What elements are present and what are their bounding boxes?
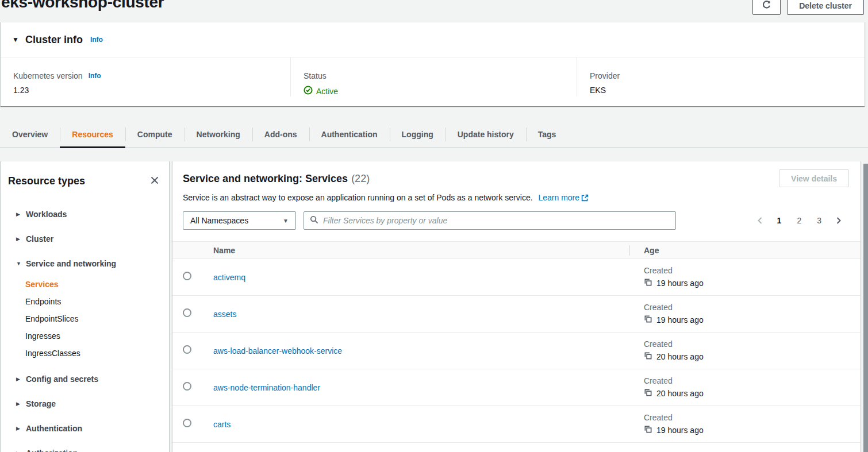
triangle-right-icon: ▶ <box>16 401 21 407</box>
kubernetes-version-label: Kubernetes version <box>13 71 83 80</box>
namespace-filter-select[interactable]: All Namespaces ▼ <box>183 211 296 230</box>
provider-value: EKS <box>590 86 852 95</box>
triangle-right-icon: ▶ <box>16 211 21 217</box>
sidebar-item-endpointslices[interactable]: EndpointSlices <box>1 310 169 327</box>
resource-types-header: Resource types <box>1 161 169 188</box>
eks-console-page: eks-workshop-cluster Delete cluster ▼ Cl… <box>0 0 868 452</box>
row-radio-button[interactable] <box>183 419 191 427</box>
status-check-icon <box>304 86 313 96</box>
status-label: Status <box>304 71 564 80</box>
row-radio-button[interactable] <box>183 272 191 280</box>
service-name-link[interactable]: activemq <box>213 273 245 282</box>
sidebar-group-authorization[interactable]: ▶Authorization <box>1 441 169 452</box>
sidebar-item-services[interactable]: Services <box>1 276 169 293</box>
sidebar-group-service-and-networking[interactable]: ▼Service and networking <box>1 251 169 276</box>
sidebar-group-label: Storage <box>26 399 56 408</box>
copy-icon[interactable] <box>644 351 652 362</box>
table-row: aws-load-balancer-webhook-serviceCreated… <box>172 333 861 369</box>
resource-types-title: Resource types <box>8 175 85 187</box>
refresh-button[interactable] <box>752 0 781 15</box>
sidebar-group-storage[interactable]: ▶Storage <box>1 391 169 416</box>
service-name-link[interactable]: aws-node-termination-handler <box>213 383 320 392</box>
namespace-filter-value: All Namespaces <box>190 216 248 225</box>
row-radio-button[interactable] <box>183 308 191 317</box>
chevron-down-icon: ▼ <box>283 218 289 224</box>
cluster-info-panel: ▼ Cluster info Info Kubernetes version I… <box>1 22 865 106</box>
triangle-right-icon: ▶ <box>16 426 21 431</box>
pagination-next-button[interactable] <box>832 214 846 227</box>
sidebar-group-workloads[interactable]: ▶Workloads <box>1 202 169 226</box>
pagination-page-1[interactable]: 1 <box>772 214 787 227</box>
services-panel-header: Service and networking: Services(22) Vie… <box>172 161 861 230</box>
tab-add-ons[interactable]: Add-ons <box>252 121 309 147</box>
pagination-page-2[interactable]: 2 <box>792 214 806 227</box>
row-radio-button[interactable] <box>183 345 191 354</box>
tab-networking[interactable]: Networking <box>185 121 252 147</box>
tab-resources[interactable]: Resources <box>60 121 125 147</box>
page-title: eks-workshop-cluster <box>1 0 164 11</box>
header-actions: Delete cluster <box>752 0 864 15</box>
services-search <box>304 211 676 230</box>
table-row: cartsCreated 19 hours ago <box>172 406 861 443</box>
age-column-header: Age <box>629 242 861 259</box>
triangle-right-icon: ▶ <box>16 376 21 382</box>
service-name-link[interactable]: assets <box>213 310 236 319</box>
copy-icon[interactable] <box>644 425 652 435</box>
cluster-info-header[interactable]: ▼ Cluster info Info <box>1 22 865 57</box>
field-kubernetes-version: Kubernetes version Info 1.23 <box>1 57 290 96</box>
age-value: 19 hours ago <box>656 315 704 324</box>
kubernetes-version-value: 1.23 <box>13 86 278 95</box>
provider-label: Provider <box>590 71 852 80</box>
row-radio-button[interactable] <box>183 382 191 391</box>
tab-bar: OverviewResourcesComputeNetworkingAdd-on… <box>0 121 868 148</box>
age-created-label: Created <box>644 376 861 385</box>
service-name-link[interactable]: aws-load-balancer-webhook-service <box>213 346 342 356</box>
tab-overview[interactable]: Overview <box>0 121 60 147</box>
table-row: aws-node-termination-handlerCreated 20 h… <box>172 369 861 406</box>
name-column-header: Name <box>201 242 629 259</box>
tab-logging[interactable]: Logging <box>390 121 445 147</box>
close-panel-button[interactable] <box>148 174 162 188</box>
sidebar-item-ingressclasses[interactable]: IngressClasses <box>1 345 169 362</box>
copy-icon[interactable] <box>644 278 652 288</box>
services-table: Name Age activemqCreated 19 hours agoass… <box>172 241 861 452</box>
learn-more-link[interactable]: Learn more <box>538 193 589 202</box>
triangle-right-icon: ▶ <box>16 236 21 242</box>
tab-tags[interactable]: Tags <box>526 121 569 147</box>
services-panel: Service and networking: Services(22) Vie… <box>172 161 861 452</box>
sidebar-group-config-and-secrets[interactable]: ▶Config and secrets <box>1 366 169 391</box>
page-header: eks-workshop-cluster Delete cluster <box>0 0 868 22</box>
tab-update-history[interactable]: Update history <box>445 121 526 147</box>
status-value: Active <box>316 87 338 96</box>
vertical-scrollbar[interactable] <box>863 164 868 452</box>
delete-cluster-button[interactable]: Delete cluster <box>787 0 864 15</box>
search-icon <box>310 215 318 226</box>
copy-icon[interactable] <box>644 388 652 399</box>
copy-icon[interactable] <box>644 315 652 325</box>
close-icon <box>150 176 159 187</box>
age-value: 19 hours ago <box>656 279 704 288</box>
sidebar-item-ingresses[interactable]: Ingresses <box>1 327 169 345</box>
sidebar-item-endpoints[interactable]: Endpoints <box>1 293 169 310</box>
service-name-link[interactable]: carts <box>213 420 231 429</box>
tab-authentication[interactable]: Authentication <box>309 121 390 147</box>
view-details-button[interactable]: View details <box>779 169 849 187</box>
pagination: 123 <box>753 214 846 227</box>
sidebar-group-cluster[interactable]: ▶Cluster <box>1 226 169 251</box>
kubernetes-version-info-link[interactable]: Info <box>89 72 101 80</box>
cluster-info-info-link[interactable]: Info <box>90 36 103 44</box>
pagination-prev-button[interactable] <box>753 214 767 227</box>
collapse-caret-icon[interactable]: ▼ <box>12 36 19 44</box>
search-input[interactable] <box>323 216 670 225</box>
sidebar-group-authentication[interactable]: ▶Authentication <box>1 416 169 441</box>
sidebar-group-label: Authentication <box>26 424 82 433</box>
table-row: activemqCreated 19 hours ago <box>172 259 861 296</box>
age-created-label: Created <box>644 303 861 312</box>
age-created-label: Created <box>644 339 861 349</box>
age-value: 20 hours ago <box>656 352 704 361</box>
table-row: Created <box>172 443 861 452</box>
pagination-page-3[interactable]: 3 <box>812 214 827 227</box>
external-link-icon <box>581 194 589 203</box>
age-created-label: Created <box>644 266 861 275</box>
tab-compute[interactable]: Compute <box>125 121 185 147</box>
